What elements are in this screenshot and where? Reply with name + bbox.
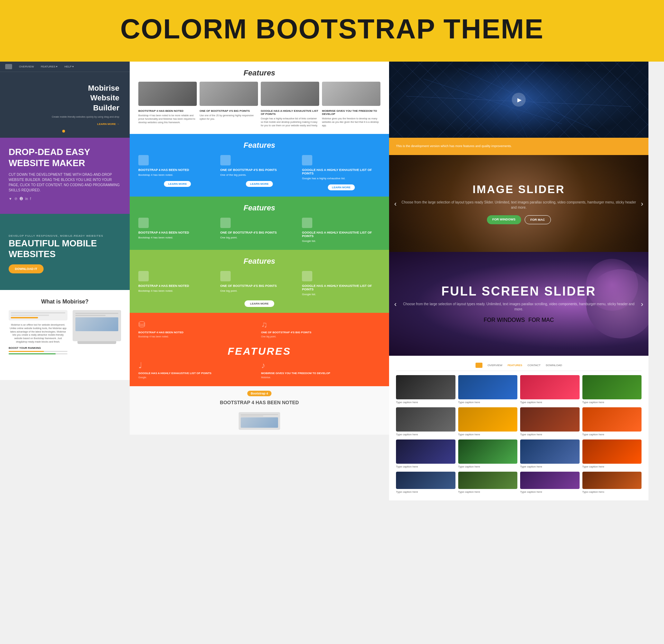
gallery-caption-9: Type caption here	[396, 465, 455, 468]
gallery-thumb-3[interactable]	[520, 375, 580, 399]
feature-blue-2: ONE OF BOOTSTRAP 4'S BIG POINTS One of t…	[220, 155, 299, 189]
logo-mark	[5, 64, 12, 69]
pinterest-icon[interactable]: ℗	[14, 197, 18, 201]
gallery-nav-contact[interactable]: CONTACT	[527, 364, 541, 367]
gallery-thumb-5[interactable]	[396, 407, 455, 432]
nav-features[interactable]: FEATURES ▾	[41, 65, 57, 68]
full-slider-btn-mac[interactable]: FOR MAC	[528, 317, 554, 323]
gallery-item-12: Type caption here	[582, 439, 642, 468]
image-slider-panel: IMAGE SLIDER Choose from the large selec…	[389, 155, 648, 252]
full-slider-subtitle: Choose from the large selection of layou…	[399, 301, 638, 312]
gallery-item-1: Type caption here	[396, 375, 455, 404]
gallery-nav-overview[interactable]: OVERVIEW	[488, 364, 502, 367]
slider-buttons: FOR WINDOWS FOR MAC	[399, 215, 638, 224]
gallery-item-9: Type caption here	[396, 439, 455, 468]
full-slider-prev[interactable]: ‹	[394, 300, 397, 308]
nav-help[interactable]: HELP ▾	[64, 65, 74, 68]
feature-img-1	[138, 82, 197, 106]
network-panel	[389, 62, 648, 138]
gallery-thumb-1[interactable]	[396, 375, 455, 399]
social-icons-row: ▼ ℗ 🅘 in f	[9, 197, 121, 201]
gallery-thumb-2[interactable]	[458, 375, 518, 399]
feature-or-1: ⛁ BOOTSTRAP 4 HAS BEEN NOTED Bootstrap 4…	[138, 320, 258, 338]
instagram-icon[interactable]: 🅘	[20, 197, 23, 201]
gallery-caption-3: Type caption here	[520, 401, 580, 404]
feature-yg-1: BOOTSTRAP 4 HAS BEEN NOTED Bootstrap 4 h…	[138, 271, 217, 296]
slider-prev-arrow[interactable]: ‹	[394, 200, 397, 208]
twitter-icon[interactable]: ▼	[9, 197, 12, 201]
feature-or-4: ♪ MOBIRISE GIVES YOU THE FREEDOM TO DEVE…	[261, 361, 380, 379]
slider-btn-win[interactable]: FOR WINDOWS	[487, 215, 521, 224]
f-g-2-title: ONE OF BOOTSTRAP 4'S BIG POINTS	[220, 231, 299, 234]
beautiful-mobile-panel: DEVELOP FULLY RESPONSIVE, MOBILE-READY W…	[0, 214, 130, 290]
gallery-thumb-15[interactable]	[520, 472, 580, 489]
f-g-2-text: One big point.	[220, 236, 299, 239]
learn-more-blue-2[interactable]: LEARN MORE	[246, 181, 273, 187]
f-yg-3-title: GOOGLE HAS A HIGHLY EXHAUSTIVE LIST OF P…	[302, 284, 380, 291]
develop-subtitle: DEVELOP FULLY RESPONSIVE, MOBILE-READY W…	[9, 234, 121, 238]
learn-more-blue-3[interactable]: LEARN MORE	[328, 184, 355, 190]
icon-bootstrap-or4: ♪	[261, 361, 380, 370]
f-g-1-title: BOOTSTRAP 4 HAS BEEN NOTED	[138, 231, 217, 234]
facebook-icon[interactable]: f	[30, 197, 31, 201]
gallery-item-8: Type caption here	[582, 407, 642, 436]
gallery-nav-features[interactable]: FEATURES	[508, 364, 523, 367]
gallery-logo	[476, 363, 482, 368]
nav-overview[interactable]: OVERVIEW	[19, 65, 34, 68]
features-blue-grid: BOOTSTRAP 4 HAS BEEN NOTED Bootstrap 4 h…	[138, 155, 380, 189]
f-yg-1-title: BOOTSTRAP 4 HAS BEEN NOTED	[138, 284, 217, 288]
gallery-row-3: Type caption here Type caption here Type…	[396, 439, 642, 468]
gallery-item-15: Type caption here	[520, 472, 580, 493]
f-or-2-title: ONE OF BOOTSTRAP 4'S BIG POINTS	[261, 331, 380, 334]
slider-next-arrow[interactable]: ›	[641, 200, 643, 208]
full-slider-btn-win[interactable]: FOR WINDOWS	[484, 317, 525, 323]
gallery-thumb-8[interactable]	[582, 407, 642, 432]
what-is-title: What is Mobirise?	[9, 299, 121, 305]
gallery-panel: OVERVIEW FEATURES CONTACT DOWNLOAD Type …	[389, 356, 648, 500]
mobirise-hero-panel: OVERVIEW FEATURES ▾ HELP ▾ Mobirise Webs…	[0, 62, 130, 138]
features-top-title: Features	[138, 69, 380, 78]
features-yg-grid: BOOTSTRAP 4 HAS BEEN NOTED Bootstrap 4 h…	[138, 271, 380, 296]
gallery-item-14: Type caption here	[458, 472, 518, 493]
gallery-thumb-4[interactable]	[582, 375, 642, 399]
gallery-item-7: Type caption here	[520, 407, 580, 436]
gallery-item-11: Type caption here	[520, 439, 580, 468]
full-slider-next[interactable]: ›	[641, 300, 643, 308]
feature-icon-2	[220, 155, 231, 165]
bootstrap4-title: BOOTSTRAP 4 HAS BEEN NOTED	[220, 400, 299, 405]
learn-more-blue-1[interactable]: LEARN MORE	[164, 181, 191, 187]
feature-col-1-text: Bootstrap 4 has been noted to be more re…	[138, 114, 197, 124]
gallery-thumb-14[interactable]	[458, 472, 518, 489]
slider-btn-mac[interactable]: FOR MAC	[525, 215, 551, 224]
gallery-thumb-9[interactable]	[396, 439, 455, 464]
feature-col-4-text: Mobirise gives you the freedom to develo…	[322, 117, 380, 127]
orange-dot	[62, 130, 65, 133]
f-or-3-text: Google.	[138, 376, 258, 379]
gallery-nav-download[interactable]: DOWNLOAD	[546, 364, 562, 367]
play-button[interactable]	[512, 93, 526, 107]
feature-col-2-title: ONE OF BOOTSTRAP 4'S BIG POINTS	[200, 109, 258, 112]
learn-more-link[interactable]: LEARN MORE →	[97, 123, 119, 126]
learn-more-yg[interactable]: LEARN MORE	[245, 300, 274, 307]
features-green-title: Features	[138, 203, 380, 212]
page-title: COLORM BOOTSTRAP THEME	[7, 14, 657, 44]
laptop-mockup	[73, 310, 121, 341]
gallery-thumb-11[interactable]	[520, 439, 580, 464]
gallery-thumb-13[interactable]	[396, 472, 455, 489]
download-button[interactable]: DOWNLOAD IT	[9, 264, 44, 273]
gallery-thumb-10[interactable]	[458, 439, 518, 464]
f-yg-1-text: Bootstrap 4 has been noted.	[138, 289, 217, 293]
gallery-thumb-16[interactable]	[582, 472, 642, 489]
gallery-caption-6: Type caption here	[458, 433, 518, 436]
features-text-grid: BOOTSTRAP 4 HAS BEEN NOTED Bootstrap 4 h…	[138, 109, 380, 127]
linkedin-icon[interactable]: in	[25, 197, 28, 201]
gallery-thumb-12[interactable]	[582, 439, 642, 464]
gallery-thumb-7[interactable]	[520, 407, 580, 432]
f-b-1-title: BOOTSTRAP 4 HAS BEEN NOTED	[138, 168, 217, 172]
drop-dead-panel: DROP-DEAD EASY WEBSITE MAKER CUT DOWN TH…	[0, 138, 130, 214]
feature-img-2	[200, 82, 258, 106]
gallery-thumb-6[interactable]	[458, 407, 518, 432]
feature-icon-yg3	[302, 271, 312, 281]
beautiful-title: BEAUTIFUL MOBILE WEBSITES	[9, 238, 121, 260]
f-or-4-title: MOBIRISE GIVES YOU THE FREEDOM TO DEVELO…	[261, 372, 380, 375]
